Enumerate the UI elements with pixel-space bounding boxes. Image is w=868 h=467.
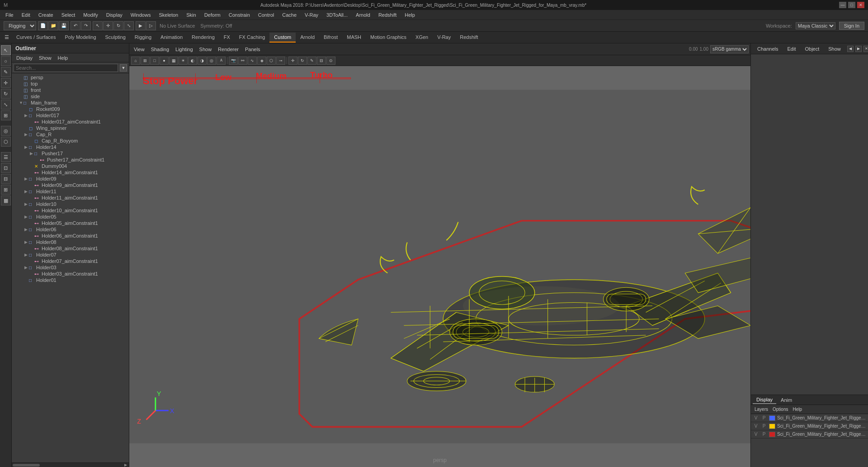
minimize-button[interactable]: — xyxy=(839,2,846,8)
list-item[interactable]: ▶ □ Holder07 xyxy=(12,252,129,258)
hscroll-right-btn[interactable]: ▶ xyxy=(123,463,128,467)
list-item[interactable]: ⊷ Holder08_aimConstraint1 xyxy=(12,245,129,252)
shelf-tool-3[interactable]: ⊟ xyxy=(1,174,11,184)
tab-bifrost[interactable]: Bifrost xyxy=(319,33,342,43)
rotate-tool[interactable]: ↻ xyxy=(1,89,11,99)
vp-paint-icon[interactable]: ✎ xyxy=(307,57,316,65)
viewport-canvas[interactable]: X Y Z Stop Power Low Medium Turbo persp xyxy=(129,66,750,467)
list-item[interactable]: ⊷ Holder09_aimConstraint1 xyxy=(12,182,129,188)
list-item[interactable]: ⊷ Holder11_aimConstraint1 xyxy=(12,195,129,201)
list-item[interactable]: ⊷ Holder07_aimConstraint1 xyxy=(12,258,129,264)
render-icon[interactable]: ▶ xyxy=(136,21,146,30)
tab-arnold[interactable]: Arnold xyxy=(296,33,319,43)
tab-fx[interactable]: FX xyxy=(219,33,235,43)
tab-curves-surfaces[interactable]: Curves / Surfaces xyxy=(12,33,60,43)
list-item[interactable]: ▶ □ Pusher17 xyxy=(12,150,129,157)
tab-fx-caching[interactable]: FX Caching xyxy=(235,33,269,43)
tab-redshift[interactable]: Redshift xyxy=(455,33,482,43)
list-item[interactable]: ▶ □ Holder14 xyxy=(12,144,129,150)
vp-menu-shading[interactable]: Shading xyxy=(148,46,172,53)
select-tool[interactable]: ↖ xyxy=(1,45,11,55)
vp-curve-icon[interactable]: ∿ xyxy=(248,57,257,65)
menu-skin[interactable]: Skin xyxy=(183,11,199,19)
tab-rigging[interactable]: Rigging xyxy=(130,33,156,43)
list-item[interactable]: ▶ □ Holder017 xyxy=(12,112,129,119)
menu-skeleton[interactable]: Skeleton xyxy=(155,11,182,19)
show-manip-tool[interactable]: ⊞ xyxy=(1,110,11,120)
vp-menu-view[interactable]: View xyxy=(131,46,147,53)
options-label[interactable]: Options xyxy=(771,406,790,413)
list-item[interactable]: ✕ Dummy004 xyxy=(12,163,129,169)
outliner-show-menu[interactable]: Show xyxy=(36,54,54,62)
list-item[interactable]: ⊷ Pusher17_aimConstraint1 xyxy=(12,157,129,163)
vp-sel-hl-icon[interactable]: ◈ xyxy=(257,57,266,65)
rp-expand-btn[interactable]: ▶ xyxy=(855,46,862,52)
select-icon[interactable]: ↖ xyxy=(93,21,103,30)
rotate-icon[interactable]: ↻ xyxy=(113,21,123,30)
menu-redshift[interactable]: Redshift xyxy=(375,11,400,19)
menu-constrain[interactable]: Constrain xyxy=(225,11,254,19)
vp-smooth-icon[interactable]: ● xyxy=(160,57,169,65)
save-icon[interactable]: 💾 xyxy=(59,21,69,30)
menu-arnold[interactable]: Arnold xyxy=(352,11,374,19)
tab-vray[interactable]: V-Ray xyxy=(433,33,455,43)
vp-menu-renderer[interactable]: Renderer xyxy=(215,46,241,53)
help-label[interactable]: Help xyxy=(791,406,804,413)
edit-tab[interactable]: Edit xyxy=(784,45,798,52)
tab-motion-graphics[interactable]: Motion Graphics xyxy=(366,33,411,43)
list-item[interactable]: ⊷ Holder017_aimConstraint1 xyxy=(12,119,129,125)
list-item[interactable]: ▶ □ Holder11 xyxy=(12,188,129,195)
gamma-select[interactable]: sRGB gamma xyxy=(710,45,749,53)
rp-close-btn[interactable]: ✕ xyxy=(863,46,868,52)
workspace-name-select[interactable]: Maya Classic xyxy=(796,22,835,29)
menu-control[interactable]: Control xyxy=(255,11,278,19)
shelf-tool-4[interactable]: ⊞ xyxy=(1,185,11,195)
menu-display[interactable]: Display xyxy=(103,11,126,19)
tabs-menu-icon[interactable]: ☰ xyxy=(2,33,12,43)
lasso-tool[interactable]: ○ xyxy=(1,56,11,66)
rp-collapse-btn[interactable]: ◀ xyxy=(847,46,854,52)
vp-deformer-icon[interactable]: ⊸ xyxy=(276,57,285,65)
list-item[interactable]: ⊷ Holder10_aimConstraint1 xyxy=(12,207,129,214)
outliner-hscrollbar[interactable]: ▶ xyxy=(12,462,129,467)
vp-menu-panels[interactable]: Panels xyxy=(242,46,263,53)
list-item[interactable]: ◻ Cap_R_Boyyom xyxy=(12,138,129,144)
list-item[interactable]: ▼ □ Main_frame xyxy=(12,100,129,106)
list-item[interactable]: ◫ front xyxy=(12,87,129,93)
vp-menu-show[interactable]: Show xyxy=(197,46,215,53)
vp-aa-icon[interactable]: Ａ xyxy=(217,57,226,65)
menu-select[interactable]: Select xyxy=(58,11,79,19)
list-item[interactable]: ◫ side xyxy=(12,93,129,100)
list-item[interactable]: ⊷ Holder06_aimConstraint1 xyxy=(12,233,129,239)
menu-edit[interactable]: Edit xyxy=(18,11,34,19)
menu-3dtoall[interactable]: 3DToAll... xyxy=(323,11,351,19)
vp-dof-icon[interactable]: ◎ xyxy=(207,57,216,65)
mesh-tool[interactable]: ⬡ xyxy=(1,137,11,147)
rp-display-tab[interactable]: Display xyxy=(753,396,776,404)
list-item[interactable]: ▶ □ Holder03 xyxy=(12,264,129,271)
vp-poly-icon[interactable]: ⬡ xyxy=(267,57,276,65)
list-item[interactable]: ▶ □ Holder06 xyxy=(12,226,129,233)
menu-deform[interactable]: Deform xyxy=(201,11,224,19)
rp-anim-tab[interactable]: Anim xyxy=(777,396,796,404)
tab-poly-modeling[interactable]: Poly Modeling xyxy=(60,33,100,43)
tab-custom[interactable]: Custom xyxy=(269,33,296,43)
vp-menu-lighting[interactable]: Lighting xyxy=(173,46,196,53)
list-item[interactable]: ◻ Wing_spinner xyxy=(12,125,129,131)
rigging-mode-select[interactable]: Rigging xyxy=(4,21,36,30)
outliner-help-menu[interactable]: Help xyxy=(55,54,71,62)
vp-move-icon[interactable]: ✛ xyxy=(288,57,297,65)
redo-icon[interactable]: ↷ xyxy=(81,21,91,30)
menu-file[interactable]: File xyxy=(2,11,17,19)
menu-create[interactable]: Create xyxy=(35,11,57,19)
list-item[interactable]: ▶ □ Holder09 xyxy=(12,176,129,182)
tab-mash[interactable]: MASH xyxy=(342,33,366,43)
list-item[interactable]: ◫ persp xyxy=(12,74,129,81)
tab-sculpting[interactable]: Sculpting xyxy=(101,33,130,43)
menu-cache[interactable]: Cache xyxy=(278,11,300,19)
move-icon[interactable]: ✛ xyxy=(103,21,113,30)
vp-wireframe-icon[interactable]: □ xyxy=(150,57,159,65)
scale-icon[interactable]: ⤡ xyxy=(124,21,134,30)
list-item[interactable]: ◻ Rocket009 xyxy=(12,106,129,112)
close-button[interactable]: ✕ xyxy=(857,2,864,8)
